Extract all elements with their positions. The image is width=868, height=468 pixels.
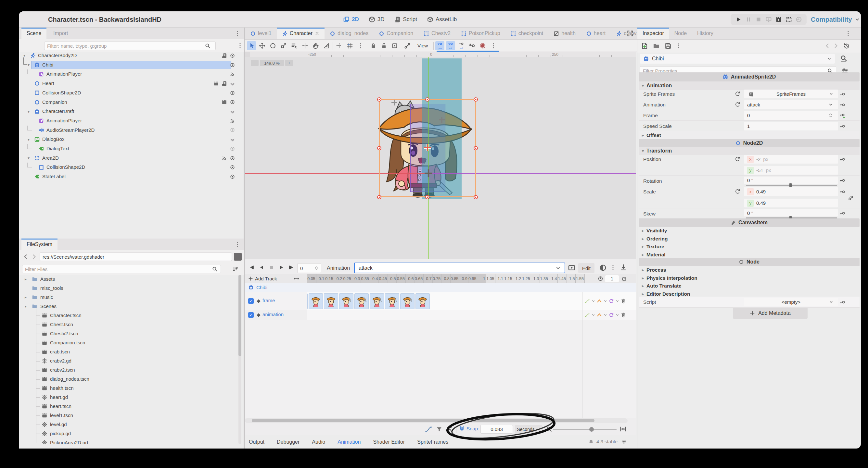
- scale-x-field[interactable]: x 0.49: [744, 187, 838, 196]
- pause-icon[interactable]: [745, 16, 752, 23]
- track-interp-mode-icon[interactable]: [597, 312, 602, 317]
- edit-animation-button[interactable]: Edit: [578, 263, 594, 273]
- play-icon[interactable]: [735, 16, 742, 23]
- scene-tab-poisonpickup[interactable]: PoisonPickup: [456, 28, 505, 39]
- key-property-icon[interactable]: [839, 102, 845, 108]
- visibility-eye-faded-icon[interactable]: [230, 127, 235, 133]
- key-property-icon[interactable]: [839, 210, 845, 216]
- animation-value-dropdown[interactable]: attack: [744, 100, 838, 109]
- snap-unit-dropdown[interactable]: Seconds: [515, 425, 542, 434]
- add-track-button[interactable]: Add Track: [248, 274, 277, 283]
- timeline-scrollbar-thumb[interactable]: [252, 419, 594, 422]
- selection-handle[interactable]: [425, 195, 430, 199]
- collapse-arrow-icon[interactable]: ▸: [25, 277, 27, 281]
- chevron-down-icon[interactable]: [603, 313, 607, 317]
- snap-magnet-icon[interactable]: [459, 426, 465, 433]
- zoom-in-button[interactable]: +: [285, 60, 293, 66]
- visibility-eye-closed-icon[interactable]: [230, 81, 235, 86]
- file-row-heart.tscn[interactable]: heart.tscn: [22, 402, 240, 411]
- track-row-frame[interactable]: ✓ frame: [245, 292, 636, 310]
- scene-tab-character[interactable]: Character: [277, 28, 324, 39]
- timeline-zoom-slider[interactable]: [553, 429, 617, 430]
- main-tab-2d[interactable]: 2D: [343, 16, 359, 23]
- animation-length-field[interactable]: 1: [605, 275, 619, 282]
- loop-animation-icon[interactable]: [621, 276, 627, 282]
- file-row-crabv2.tscn[interactable]: crabv2.tscn: [22, 365, 240, 374]
- collapse-arrow-icon[interactable]: ▾: [28, 109, 30, 114]
- save-resource-icon[interactable]: [664, 42, 672, 49]
- main-tab-assetlib[interactable]: AssetLib: [427, 16, 457, 23]
- grid-snap-button[interactable]: [345, 41, 354, 50]
- revert-property-icon[interactable]: [735, 157, 740, 162]
- play-forwards-button[interactable]: [277, 263, 285, 272]
- position-y-field[interactable]: y -51 px: [744, 166, 838, 175]
- scene-tree-row-statelabel[interactable]: StateLabel: [22, 172, 240, 181]
- file-row-misc_tools[interactable]: misc_tools: [22, 283, 240, 293]
- insert-key-button[interactable]: [467, 41, 476, 50]
- selected-tracks-only-icon[interactable]: [446, 426, 454, 433]
- object-history-icon[interactable]: [843, 42, 850, 49]
- visibility-eye-icon[interactable]: [230, 99, 235, 105]
- section-auto-translate[interactable]: ▸Auto Translate: [639, 282, 860, 290]
- bottom-tab-animation[interactable]: Animation: [338, 439, 361, 445]
- animation-name-dropdown[interactable]: attack: [354, 263, 565, 273]
- visibility-eye-faded-icon[interactable]: [230, 146, 235, 152]
- pin-panel-icon[interactable]: [620, 264, 627, 271]
- open-documentation-icon[interactable]: [839, 55, 848, 63]
- resource-options-icon[interactable]: [676, 43, 682, 49]
- track-interp-mode-icon[interactable]: [597, 298, 602, 303]
- key-insert-property-icon[interactable]: [839, 112, 845, 119]
- zoom-out-button[interactable]: −: [251, 60, 258, 66]
- scene-tree-row-companion[interactable]: Companion: [22, 98, 240, 107]
- pan-tool-button[interactable]: [311, 41, 320, 50]
- ruler-tool-button[interactable]: [322, 41, 331, 50]
- smart-snap-button[interactable]: [335, 41, 344, 50]
- scene-tree-row-dialogbox[interactable]: ▾DialogBox: [22, 135, 240, 144]
- key-property-icon[interactable]: [839, 189, 845, 195]
- tab-scene[interactable]: Scene: [22, 28, 46, 39]
- link-scale-icon[interactable]: [848, 195, 854, 201]
- keyframe-thumbnail[interactable]: [415, 293, 430, 309]
- keyframe-thumbnail[interactable]: [385, 293, 399, 309]
- dock-separator[interactable]: [637, 28, 638, 448]
- play-forwards-from-end-button[interactable]: [286, 263, 295, 272]
- scene-tree-row-animationplayer[interactable]: AnimationPlayer: [22, 69, 240, 79]
- track-group-row[interactable]: Chibi: [245, 283, 636, 292]
- collapse-arrow-icon[interactable]: ▾: [28, 156, 30, 160]
- attached-script-icon[interactable]: [221, 81, 227, 86]
- dock-options-icon[interactable]: [235, 241, 240, 247]
- file-row-chest.tscn[interactable]: Chest.tscn: [22, 320, 240, 329]
- scene-tab-companion[interactable]: Companion: [374, 28, 418, 39]
- selection-handle[interactable]: [425, 97, 430, 102]
- unlock-button[interactable]: [379, 41, 389, 50]
- main-tab-script[interactable]: Script: [394, 16, 417, 23]
- section-process[interactable]: ▸Process: [639, 266, 860, 274]
- speed-scale-field[interactable]: 1: [744, 122, 838, 131]
- file-row-music[interactable]: ▸music: [22, 293, 240, 302]
- scene-tab-dialog_nodes[interactable]: dialog_nodes: [324, 28, 374, 39]
- key-property-icon[interactable]: [839, 299, 845, 305]
- history-back-icon[interactable]: [23, 254, 29, 260]
- fit-timeline-icon[interactable]: [620, 426, 626, 432]
- frame-spinbox[interactable]: 0: [744, 111, 838, 120]
- track-enabled-checkbox[interactable]: ✓: [248, 298, 254, 304]
- collapse-arrow-icon[interactable]: ▾: [28, 63, 30, 67]
- scene-tree-row-area2d[interactable]: ▾Area2D: [22, 154, 240, 163]
- notification-bell-icon[interactable]: [588, 439, 594, 445]
- add-metadata-button[interactable]: Add Metadata: [733, 308, 808, 319]
- position-x-field[interactable]: x -2 px: [744, 155, 838, 164]
- scale-tool-button[interactable]: [279, 41, 288, 50]
- bottom-tab-shader-editor[interactable]: Shader Editor: [373, 439, 405, 445]
- load-resource-icon[interactable]: [653, 42, 660, 49]
- current-time-spinbox[interactable]: 0: [297, 263, 321, 273]
- bottom-tab-debugger[interactable]: Debugger: [277, 439, 300, 445]
- file-row-health.tscn[interactable]: health.tscn: [22, 383, 240, 393]
- keyframe-thumbnail[interactable]: [400, 293, 414, 309]
- snap-options-menu-button[interactable]: [356, 41, 365, 50]
- signal-connections-icon[interactable]: [230, 71, 235, 77]
- chevron-down-icon[interactable]: [829, 300, 833, 304]
- close-tab-icon[interactable]: [315, 31, 319, 36]
- file-row-level.gd[interactable]: level.gd: [22, 420, 240, 429]
- visibility-eye-closed-icon[interactable]: [230, 109, 235, 114]
- play-custom-scene-icon[interactable]: [785, 16, 792, 23]
